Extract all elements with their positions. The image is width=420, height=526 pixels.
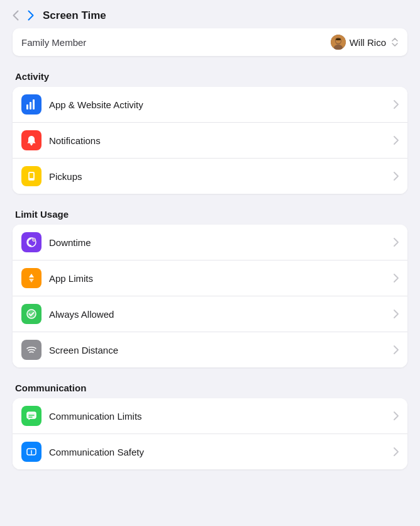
- navigation-buttons: [10, 9, 36, 22]
- chevron-icon: [394, 447, 399, 456]
- family-member-user: Will Rico: [331, 35, 399, 50]
- section-title-communication: Communication: [13, 383, 407, 393]
- section-title-limit-usage: Limit Usage: [13, 209, 407, 220]
- back-button[interactable]: [10, 9, 21, 22]
- pickups-icon: [21, 166, 41, 186]
- app-website-activity-icon: [21, 94, 41, 115]
- svg-rect-4: [336, 38, 341, 40]
- activity-group: App & Website Activity Notifications: [13, 87, 407, 194]
- chevron-icon: [394, 136, 399, 145]
- chevron-icon: [394, 345, 399, 354]
- svg-point-9: [31, 144, 32, 145]
- family-member-bar[interactable]: Family Member Will Rico: [13, 28, 407, 56]
- list-item-screen-distance[interactable]: Screen Distance: [13, 332, 407, 367]
- app-website-activity-label: App & Website Activity: [49, 99, 394, 110]
- app-limits-label: App Limits: [49, 273, 394, 284]
- list-item-communication-limits[interactable]: Communication Limits: [13, 398, 407, 434]
- svg-rect-11: [30, 173, 33, 178]
- communication-safety-icon: [21, 442, 41, 462]
- svg-rect-12: [30, 179, 33, 180]
- stepper-icon: [391, 37, 399, 47]
- chevron-icon: [394, 310, 399, 318]
- page-title: Screen Time: [43, 9, 106, 22]
- list-item-pickups[interactable]: Pickups: [13, 159, 407, 194]
- always-allowed-icon: [21, 304, 41, 324]
- list-item-app-limits[interactable]: App Limits: [13, 260, 407, 296]
- chevron-icon: [394, 274, 399, 283]
- chevron-icon: [394, 411, 399, 420]
- svg-rect-6: [30, 102, 31, 109]
- communication-group: Communication Limits Communication Safet…: [13, 398, 407, 469]
- section-title-activity: Activity: [13, 71, 407, 82]
- chevron-icon: [394, 172, 399, 181]
- pickups-label: Pickups: [49, 171, 394, 182]
- always-allowed-label: Always Allowed: [49, 309, 394, 320]
- list-item-notifications[interactable]: Notifications: [13, 123, 407, 159]
- main-content: Family Member Will Rico Activity: [0, 28, 420, 469]
- screen-distance-label: Screen Distance: [49, 345, 394, 355]
- communication-limits-icon: [21, 406, 41, 426]
- header: Screen Time: [0, 0, 420, 28]
- forward-button[interactable]: [25, 9, 36, 22]
- list-item-communication-safety[interactable]: Communication Safety: [13, 434, 407, 469]
- list-item-downtime[interactable]: Downtime: [13, 225, 407, 260]
- family-member-label: Family Member: [21, 37, 86, 48]
- communication-safety-label: Communication Safety: [49, 447, 394, 457]
- downtime-icon: [21, 232, 41, 252]
- svg-rect-5: [26, 104, 28, 109]
- notifications-icon: [21, 130, 41, 150]
- svg-rect-7: [33, 99, 35, 109]
- screen-distance-icon: [21, 340, 41, 360]
- communication-limits-label: Communication Limits: [49, 411, 394, 422]
- notifications-label: Notifications: [49, 135, 394, 146]
- chevron-icon: [394, 100, 399, 109]
- downtime-label: Downtime: [49, 237, 394, 248]
- avatar: [331, 35, 346, 50]
- limit-usage-group: Downtime App Limits: [13, 225, 407, 367]
- app-limits-icon: [21, 268, 41, 288]
- user-name: Will Rico: [350, 37, 386, 48]
- list-item-app-website-activity[interactable]: App & Website Activity: [13, 87, 407, 123]
- list-item-always-allowed[interactable]: Always Allowed: [13, 296, 407, 332]
- chevron-icon: [394, 238, 399, 247]
